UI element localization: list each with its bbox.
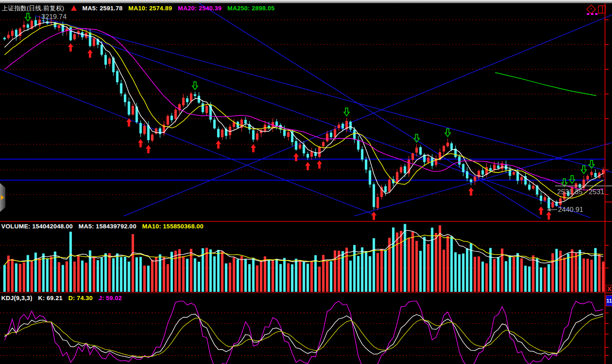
toolbar-edge-strip (0, 0, 612, 3)
kdj-indicator-label[interactable]: KDJ(9,3,3) (1, 294, 32, 301)
chart-application: 上证指数(日线.前复权)MA5: 2591.78MA10: 2574.89MA2… (0, 0, 612, 364)
up-arrow-icon (71, 5, 77, 11)
ma10-value[interactable]: MA10: 2574.89 (128, 5, 172, 12)
peak-price-label: 3219.74 (41, 13, 66, 21)
sidebar-expand-handle[interactable] (0, 183, 5, 212)
ma20-value[interactable]: MA20: 2540.39 (178, 5, 222, 12)
price-volume-kdj-chart[interactable] (0, 0, 612, 364)
ma250-value[interactable]: MA250: 2898.05 (227, 5, 275, 12)
kdj-header: KDJ(9,3,3)K: 69.21D: 74.30J: 59.02 (1, 294, 128, 301)
kdj-k-value: K: 69.21 (38, 294, 62, 301)
symbol-title: 上证指数(日线.前复权) (2, 5, 64, 12)
period-badge[interactable]: 11 (606, 295, 612, 306)
kdj-j-value: J: 59.02 (99, 294, 122, 301)
indicator-close-button[interactable]: X (606, 285, 612, 293)
main-chart-header: 上证指数(日线.前复权)MA5: 2591.78MA10: 2574.89MA2… (2, 5, 281, 12)
price-range-label: 2531.35 - 2531 (557, 188, 604, 196)
volume-header: VOLUME: 154042048.00MA5: 158439792.00MA1… (1, 223, 209, 230)
kdj-d-value: D: 74.30 (69, 294, 93, 301)
volume-ma5-value[interactable]: MA5: 158439792.00 (78, 223, 136, 230)
ellipsis-icon[interactable] (587, 13, 601, 15)
volume-ma10-value[interactable]: MA10: 155850368.00 (142, 223, 203, 230)
split-window-icon[interactable] (598, 5, 606, 14)
volume-value[interactable]: VOLUME: 154042048.00 (1, 223, 73, 230)
low-price-label: 2440.91 (558, 206, 583, 214)
ma5-value[interactable]: MA5: 2591.78 (83, 5, 123, 12)
